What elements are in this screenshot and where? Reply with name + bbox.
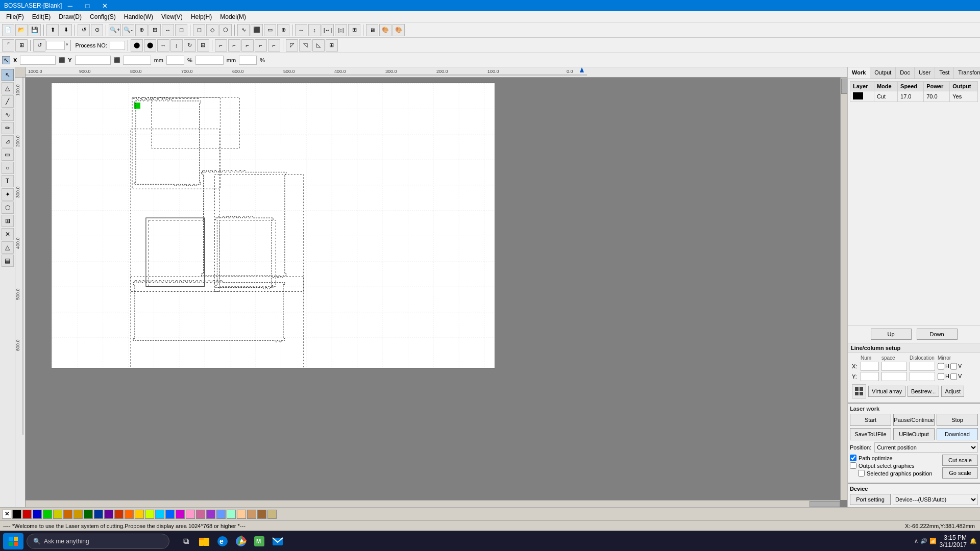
output-select-graphics-checkbox[interactable] bbox=[850, 462, 856, 469]
y-mirror-v-checkbox[interactable] bbox=[950, 373, 957, 380]
node4-button[interactable]: ⌐ bbox=[255, 39, 267, 52]
minimize-button[interactable]: ─ bbox=[62, 0, 78, 11]
y-mirror-h-checkbox[interactable] bbox=[938, 373, 944, 380]
color-brown[interactable] bbox=[257, 510, 266, 519]
align-grid-button[interactable]: ⊞ bbox=[15, 39, 28, 52]
close-button[interactable]: ✕ bbox=[96, 0, 113, 11]
path-optimize-checkbox[interactable] bbox=[850, 455, 856, 461]
color-dark-green[interactable] bbox=[84, 510, 93, 519]
tab-test[interactable]: Test bbox=[935, 67, 954, 79]
color-cyan[interactable] bbox=[155, 510, 164, 519]
color-blue[interactable] bbox=[33, 510, 42, 519]
tab-user[interactable]: User bbox=[915, 67, 935, 79]
color-gold[interactable] bbox=[74, 510, 83, 519]
color-mint[interactable] bbox=[227, 510, 236, 519]
taskview-button[interactable]: ⧉ bbox=[178, 533, 194, 549]
cut-scale-button[interactable]: Cut scale bbox=[942, 455, 978, 466]
align-left-button[interactable]: ⬤ bbox=[131, 39, 143, 52]
mirror-h-button[interactable]: ↔ bbox=[295, 24, 307, 36]
color-violet[interactable] bbox=[206, 510, 215, 519]
menu-edit[interactable]: Edit(E) bbox=[28, 12, 55, 21]
zoom-in-button[interactable]: 🔍+ bbox=[109, 24, 121, 36]
monitor-button[interactable]: 🖥 bbox=[366, 24, 378, 36]
menu-draw[interactable]: Draw(D) bbox=[55, 12, 86, 21]
down-button[interactable]: Down bbox=[917, 329, 958, 340]
engrave-tool[interactable]: △ bbox=[2, 241, 14, 254]
notification-button[interactable]: 🔔 bbox=[970, 538, 977, 544]
grid-button[interactable]: ⊞ bbox=[348, 24, 360, 36]
arrow-tool[interactable]: ↖ bbox=[2, 56, 10, 64]
color-red-orange[interactable] bbox=[114, 510, 124, 519]
x-space-input[interactable]: 0.000 bbox=[881, 362, 907, 371]
space-v-button[interactable]: |↕| bbox=[335, 24, 347, 36]
up-arrow-icon[interactable]: ∧ bbox=[914, 538, 918, 544]
open-button[interactable]: 📂 bbox=[15, 24, 28, 36]
color-black[interactable] bbox=[12, 510, 21, 519]
grid-pattern-tool[interactable]: ⊞ bbox=[2, 215, 14, 227]
menu-config[interactable]: Config(S) bbox=[86, 12, 120, 21]
corner3-button[interactable]: ◺ bbox=[312, 39, 325, 52]
stop-button[interactable]: Stop bbox=[937, 414, 978, 426]
zoom-out-button[interactable]: 🔍- bbox=[122, 24, 134, 36]
x-num-input[interactable]: 1 bbox=[861, 362, 879, 371]
corner2-button[interactable]: ◹ bbox=[299, 39, 311, 52]
import-button[interactable]: ⬆ bbox=[46, 24, 59, 36]
color-yellow[interactable] bbox=[53, 510, 62, 519]
color-magenta[interactable] bbox=[176, 510, 185, 519]
position-select[interactable]: Current position bbox=[874, 442, 978, 453]
rect-button[interactable]: ▭ bbox=[264, 24, 276, 36]
rotate90-button[interactable]: ↻ bbox=[184, 39, 196, 52]
color-red[interactable] bbox=[22, 510, 32, 519]
rect-tool[interactable]: ▭ bbox=[2, 148, 14, 161]
mirror-v-button[interactable]: ↕ bbox=[308, 24, 321, 36]
download-button[interactable]: Download bbox=[937, 428, 978, 440]
select-tool[interactable]: ↖ bbox=[2, 69, 14, 81]
node-edit-button[interactable]: ◇ bbox=[206, 24, 218, 36]
barcode-tool[interactable]: ▤ bbox=[2, 255, 14, 267]
color-green[interactable] bbox=[43, 510, 52, 519]
color-cornflower[interactable] bbox=[216, 510, 226, 519]
cut-tool[interactable]: ✕ bbox=[2, 228, 14, 240]
virtual-array-button[interactable]: Virtual array bbox=[868, 386, 905, 397]
flip-h-button[interactable]: ↔ bbox=[157, 39, 169, 52]
group-button[interactable]: ⬡ bbox=[219, 24, 232, 36]
chrome-button[interactable] bbox=[233, 533, 249, 549]
color2-button[interactable]: 🎨 bbox=[393, 24, 405, 36]
menu-handle[interactable]: Handle(W) bbox=[120, 12, 157, 21]
node5-button[interactable]: ⌐ bbox=[268, 39, 280, 52]
volume-icon[interactable]: 🔊 bbox=[920, 538, 927, 544]
process-no-input[interactable]: 7 bbox=[110, 41, 125, 50]
up-button[interactable]: Up bbox=[871, 329, 912, 340]
explorer-button[interactable] bbox=[196, 533, 212, 549]
polygon-tool[interactable]: ⬡ bbox=[2, 202, 14, 214]
pause-continue-button[interactable]: Pause/Continue bbox=[893, 414, 935, 426]
taskbar-search[interactable]: 🔍 Ask me anything bbox=[27, 534, 169, 549]
x-input[interactable]: 514.164 mm bbox=[20, 56, 56, 65]
measure-tool[interactable]: ⊿ bbox=[2, 135, 14, 147]
menu-view[interactable]: View(V) bbox=[157, 12, 187, 21]
edge-button[interactable]: e bbox=[214, 533, 231, 549]
rotate-ccw-button[interactable]: ↺ bbox=[33, 39, 45, 52]
color1-button[interactable]: 🎨 bbox=[379, 24, 391, 36]
port-setting-button[interactable]: Port setting bbox=[850, 494, 891, 505]
color-tan[interactable] bbox=[247, 510, 256, 519]
color-khaki[interactable] bbox=[267, 510, 277, 519]
u-file-output-button[interactable]: UFileOutput bbox=[893, 428, 935, 440]
star-tool[interactable]: ✦ bbox=[2, 188, 14, 201]
save-button[interactable]: 💾 bbox=[29, 24, 41, 36]
color-yellow-bright[interactable] bbox=[135, 510, 144, 519]
tab-transform[interactable]: Transform bbox=[954, 67, 980, 79]
tab-work[interactable]: Work bbox=[848, 67, 870, 79]
bestrew-button[interactable]: Bestrew... bbox=[908, 386, 939, 397]
maximize-button[interactable]: □ bbox=[79, 0, 95, 11]
color-orange-dark[interactable] bbox=[63, 510, 72, 519]
maps-button[interactable]: M bbox=[251, 533, 267, 549]
line-tool[interactable]: ╱ bbox=[2, 95, 14, 108]
adjust-button[interactable]: Adjust bbox=[941, 386, 964, 397]
horizontal-scrollbar[interactable] bbox=[26, 500, 840, 507]
node1-button[interactable]: ⌐ bbox=[215, 39, 227, 52]
table-row[interactable]: Cut 17.0 70.0 Yes bbox=[850, 91, 978, 102]
color-peach[interactable] bbox=[237, 510, 246, 519]
width-input[interactable]: 300.512 bbox=[123, 56, 151, 65]
selected-graphics-position-checkbox[interactable] bbox=[858, 470, 865, 477]
